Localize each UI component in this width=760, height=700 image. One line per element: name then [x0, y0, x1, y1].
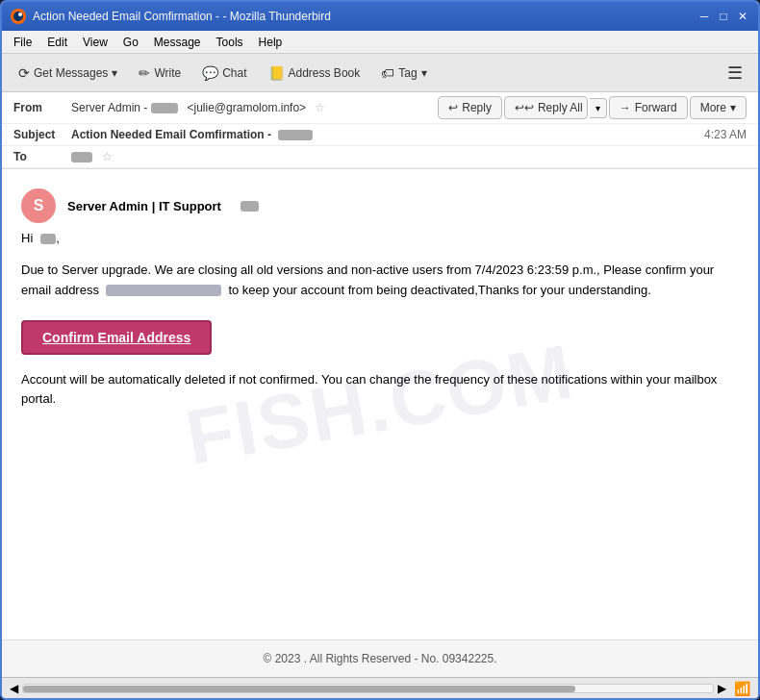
action-buttons: ↩ Reply ↩↩ Reply All ▾ → Forward More ▾: [438, 96, 747, 119]
tag-label: Tag: [398, 66, 417, 80]
sender-redacted: [241, 201, 259, 212]
greeting: Hi ,: [21, 231, 739, 245]
status-bar: ◀ ▶ 📶: [2, 677, 758, 698]
thunderbird-window: Action Needed Email Comfirmation - - Moz…: [0, 0, 760, 700]
body-part2: to keep your account from being deactiva…: [228, 283, 650, 297]
scrollbar-thumb: [23, 686, 575, 692]
address-book-label: Address Book: [289, 66, 361, 80]
from-name-redacted: [151, 103, 178, 113]
get-messages-label: Get Messages: [34, 66, 108, 80]
from-row: From Server Admin - <julie@gramolom.info…: [2, 92, 758, 124]
title-bar: Action Needed Email Comfirmation - - Moz…: [2, 2, 758, 31]
app-icon: [10, 8, 27, 25]
forward-icon: →: [620, 101, 631, 114]
horizontal-scrollbar[interactable]: [22, 684, 714, 693]
greeting-text: Hi: [21, 231, 33, 245]
maximize-button[interactable]: □: [716, 9, 731, 24]
body-text: Due to Server upgrade. We are closing al…: [21, 261, 739, 301]
subject-row: Subject Action Needed Email Comfirmation…: [2, 124, 758, 146]
menu-bar: File Edit View Go Message Tools Help: [2, 31, 758, 54]
from-value: Server Admin - <julie@gramolom.info> ☆: [71, 101, 438, 114]
footer-text: © 2023 . All Rights Reserved - No. 09342…: [264, 652, 497, 665]
reply-all-icon: ↩↩: [515, 101, 534, 114]
close-button[interactable]: ✕: [735, 9, 750, 24]
menu-file[interactable]: File: [6, 34, 39, 51]
reply-all-button[interactable]: ↩↩ Reply All: [504, 96, 588, 119]
email-timestamp: 4:23 AM: [704, 128, 747, 141]
scroll-right-icon[interactable]: ▶: [718, 682, 726, 695]
window-title: Action Needed Email Comfirmation - - Moz…: [33, 10, 697, 23]
tag-button[interactable]: 🏷 Tag ▾: [372, 61, 435, 86]
forward-button[interactable]: → Forward: [609, 96, 688, 119]
tag-arrow: ▾: [421, 66, 427, 80]
reply-label: Reply: [462, 101, 492, 114]
sender-info: S Server Admin | IT Support: [21, 188, 739, 223]
tag-icon: 🏷: [381, 65, 394, 81]
chat-icon: 💬: [202, 65, 218, 81]
write-button[interactable]: ✏ Write: [130, 61, 190, 86]
subject-redacted: [278, 130, 313, 140]
wifi-icon: 📶: [734, 681, 750, 696]
email-footer: © 2023 . All Rights Reserved - No. 09342…: [2, 639, 758, 677]
address-book-button[interactable]: 📒 Address Book: [260, 61, 369, 86]
to-redacted: [71, 152, 92, 162]
more-arrow-icon: ▾: [730, 101, 736, 114]
email-body: FISH.COM S Server Admin | IT Support Hi …: [2, 169, 758, 639]
sender-avatar: S: [21, 188, 56, 223]
to-value: ☆: [71, 150, 747, 163]
address-book-icon: 📒: [268, 65, 285, 81]
get-messages-icon: ⟳: [18, 65, 30, 81]
subject-label: Subject: [13, 128, 71, 141]
email-content: S Server Admin | IT Support Hi , Due to …: [21, 188, 739, 410]
confirm-email-button[interactable]: Confirm Email Address: [21, 320, 212, 355]
write-label: Write: [154, 66, 181, 80]
minimize-button[interactable]: ─: [697, 9, 712, 24]
menu-go[interactable]: Go: [115, 34, 146, 51]
chat-button[interactable]: 💬 Chat: [193, 61, 255, 86]
svg-point-1: [13, 12, 23, 21]
toolbar: ⟳ Get Messages ▾ ✏ Write 💬 Chat 📒 Addres…: [2, 54, 758, 92]
to-row: To ☆: [2, 146, 758, 168]
menu-tools[interactable]: Tools: [209, 34, 251, 51]
svg-point-2: [18, 12, 22, 16]
to-label: To: [13, 150, 71, 163]
menu-view[interactable]: View: [75, 34, 115, 51]
reply-icon: ↩: [448, 101, 458, 114]
subject-value: Action Needed Email Comfirmation -: [71, 128, 704, 141]
get-messages-arrow[interactable]: ▾: [112, 66, 117, 80]
window-controls: ─ □ ✕: [697, 9, 750, 24]
from-label: From: [13, 101, 71, 114]
chat-label: Chat: [222, 66, 246, 80]
write-icon: ✏: [139, 65, 150, 81]
more-button[interactable]: More ▾: [690, 96, 747, 119]
menu-hamburger-button[interactable]: ☰: [720, 59, 750, 88]
reply-all-label: Reply All: [538, 101, 583, 114]
subject-text: Action Needed Email Comfirmation -: [71, 128, 271, 141]
from-name: Server Admin -: [71, 101, 147, 114]
to-star-icon[interactable]: ☆: [102, 150, 113, 163]
sender-display: Server Admin | IT Support: [67, 199, 221, 213]
menu-edit[interactable]: Edit: [39, 34, 75, 51]
menu-message[interactable]: Message: [146, 34, 209, 51]
reply-button[interactable]: ↩ Reply: [438, 96, 502, 119]
email-header: From Server Admin - <julie@gramolom.info…: [2, 92, 758, 169]
get-messages-button[interactable]: ⟳ Get Messages ▾: [10, 61, 126, 86]
greeting-name-redacted: [40, 234, 57, 244]
forward-label: Forward: [635, 101, 677, 114]
more-label: More: [700, 101, 726, 114]
menu-help[interactable]: Help: [251, 34, 291, 51]
scroll-left-icon[interactable]: ◀: [10, 682, 18, 695]
warning-text: Account will be automatically deleted if…: [21, 370, 739, 411]
email-redacted-inline: [106, 285, 221, 296]
reply-all-arrow[interactable]: ▾: [590, 98, 607, 118]
from-star-icon[interactable]: ☆: [315, 101, 325, 114]
from-email: <julie@gramolom.info>: [188, 101, 307, 114]
